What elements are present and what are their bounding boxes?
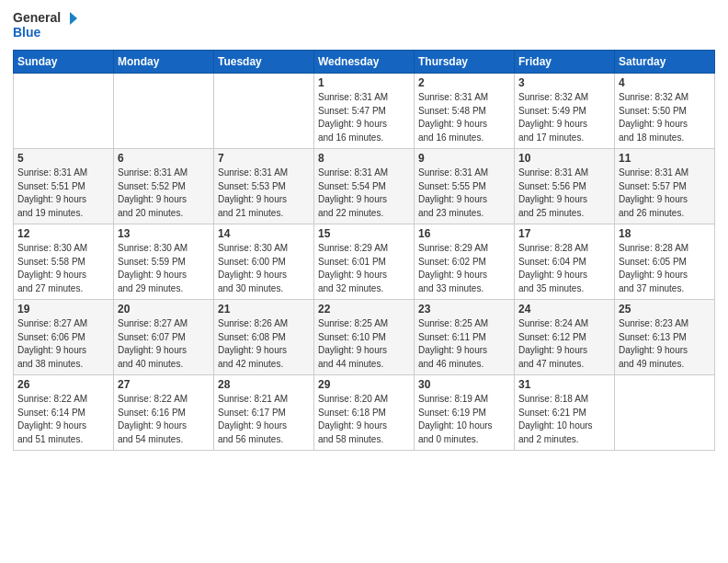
day-cell [214, 74, 314, 149]
day-cell: 18Sunrise: 8:28 AM Sunset: 6:05 PM Dayli… [615, 224, 715, 300]
day-cell: 12Sunrise: 8:30 AM Sunset: 5:58 PM Dayli… [14, 224, 114, 300]
day-info: Sunrise: 8:25 AM Sunset: 6:10 PM Dayligh… [318, 317, 410, 371]
day-info: Sunrise: 8:27 AM Sunset: 6:06 PM Dayligh… [17, 317, 109, 371]
day-number: 16 [418, 227, 510, 240]
page: General Blue SundayMondayTuesdayWednesda… [0, 0, 728, 563]
day-header-wednesday: Wednesday [314, 51, 415, 74]
day-info: Sunrise: 8:31 AM Sunset: 5:51 PM Dayligh… [17, 167, 109, 220]
day-number: 25 [619, 303, 711, 316]
day-header-monday: Monday [114, 51, 214, 74]
week-row-5: 26Sunrise: 8:22 AM Sunset: 6:14 PM Dayli… [14, 375, 715, 451]
day-info: Sunrise: 8:28 AM Sunset: 6:04 PM Dayligh… [518, 242, 610, 295]
day-cell: 29Sunrise: 8:20 AM Sunset: 6:18 PM Dayli… [314, 375, 415, 451]
day-info: Sunrise: 8:22 AM Sunset: 6:16 PM Dayligh… [118, 393, 210, 446]
day-number: 31 [518, 378, 610, 391]
day-info: Sunrise: 8:31 AM Sunset: 5:47 PM Dayligh… [318, 91, 410, 144]
day-info: Sunrise: 8:25 AM Sunset: 6:11 PM Dayligh… [418, 317, 510, 371]
day-number: 1 [318, 76, 410, 89]
day-info: Sunrise: 8:31 AM Sunset: 5:53 PM Dayligh… [218, 167, 310, 220]
week-row-4: 19Sunrise: 8:27 AM Sunset: 6:06 PM Dayli… [14, 300, 715, 375]
day-number: 22 [318, 303, 410, 316]
day-cell: 1Sunrise: 8:31 AM Sunset: 5:47 PM Daylig… [314, 74, 415, 149]
week-row-3: 12Sunrise: 8:30 AM Sunset: 5:58 PM Dayli… [14, 224, 715, 300]
day-number: 2 [418, 76, 510, 89]
day-number: 15 [318, 227, 410, 240]
day-number: 19 [17, 303, 109, 316]
day-number: 6 [118, 152, 210, 165]
day-cell: 4Sunrise: 8:32 AM Sunset: 5:50 PM Daylig… [615, 74, 715, 149]
day-number: 18 [619, 227, 711, 240]
day-cell: 20Sunrise: 8:27 AM Sunset: 6:07 PM Dayli… [114, 300, 214, 375]
day-info: Sunrise: 8:30 AM Sunset: 6:00 PM Dayligh… [218, 242, 310, 295]
day-cell: 17Sunrise: 8:28 AM Sunset: 6:04 PM Dayli… [515, 224, 615, 300]
day-cell [114, 74, 214, 149]
days-header-row: SundayMondayTuesdayWednesdayThursdayFrid… [14, 51, 715, 74]
day-info: Sunrise: 8:28 AM Sunset: 6:05 PM Dayligh… [619, 242, 711, 295]
day-number: 30 [418, 378, 510, 391]
day-info: Sunrise: 8:30 AM Sunset: 5:58 PM Dayligh… [17, 242, 109, 295]
day-number: 20 [118, 303, 210, 316]
day-cell: 26Sunrise: 8:22 AM Sunset: 6:14 PM Dayli… [14, 375, 114, 451]
day-cell: 23Sunrise: 8:25 AM Sunset: 6:11 PM Dayli… [415, 300, 515, 375]
day-number: 7 [218, 152, 310, 165]
day-cell: 10Sunrise: 8:31 AM Sunset: 5:56 PM Dayli… [515, 149, 615, 224]
day-cell: 9Sunrise: 8:31 AM Sunset: 5:55 PM Daylig… [415, 149, 515, 224]
day-cell: 28Sunrise: 8:21 AM Sunset: 6:17 PM Dayli… [214, 375, 314, 451]
day-cell: 25Sunrise: 8:23 AM Sunset: 6:13 PM Dayli… [615, 300, 715, 375]
day-info: Sunrise: 8:31 AM Sunset: 5:48 PM Dayligh… [418, 91, 510, 144]
day-header-friday: Friday [515, 51, 615, 74]
day-cell: 11Sunrise: 8:31 AM Sunset: 5:57 PM Dayli… [615, 149, 715, 224]
day-cell: 14Sunrise: 8:30 AM Sunset: 6:00 PM Dayli… [214, 224, 314, 300]
day-cell: 15Sunrise: 8:29 AM Sunset: 6:01 PM Dayli… [314, 224, 415, 300]
day-number: 8 [318, 152, 410, 165]
day-info: Sunrise: 8:21 AM Sunset: 6:17 PM Dayligh… [218, 393, 310, 446]
day-number: 26 [17, 378, 109, 391]
day-header-sunday: Sunday [14, 51, 114, 74]
day-number: 28 [218, 378, 310, 391]
day-cell: 5Sunrise: 8:31 AM Sunset: 5:51 PM Daylig… [14, 149, 114, 224]
day-header-tuesday: Tuesday [214, 51, 314, 74]
day-info: Sunrise: 8:29 AM Sunset: 6:02 PM Dayligh… [418, 242, 510, 295]
day-cell [14, 74, 114, 149]
day-info: Sunrise: 8:26 AM Sunset: 6:08 PM Dayligh… [218, 317, 310, 371]
week-row-1: 1Sunrise: 8:31 AM Sunset: 5:47 PM Daylig… [14, 74, 715, 149]
svg-text:Blue: Blue [13, 25, 41, 40]
day-number: 11 [619, 152, 711, 165]
day-cell: 7Sunrise: 8:31 AM Sunset: 5:53 PM Daylig… [214, 149, 314, 224]
day-number: 29 [318, 378, 410, 391]
day-number: 21 [218, 303, 310, 316]
day-info: Sunrise: 8:32 AM Sunset: 5:49 PM Dayligh… [518, 91, 610, 144]
day-cell: 3Sunrise: 8:32 AM Sunset: 5:49 PM Daylig… [515, 74, 615, 149]
header: General Blue [13, 9, 715, 42]
day-header-saturday: Saturday [615, 51, 715, 74]
day-number: 9 [418, 152, 510, 165]
day-info: Sunrise: 8:32 AM Sunset: 5:50 PM Dayligh… [619, 91, 711, 144]
day-cell: 8Sunrise: 8:31 AM Sunset: 5:54 PM Daylig… [314, 149, 415, 224]
day-number: 5 [17, 152, 109, 165]
day-info: Sunrise: 8:24 AM Sunset: 6:12 PM Dayligh… [518, 317, 610, 371]
day-number: 24 [518, 303, 610, 316]
day-info: Sunrise: 8:19 AM Sunset: 6:19 PM Dayligh… [418, 393, 510, 446]
day-info: Sunrise: 8:31 AM Sunset: 5:57 PM Dayligh… [619, 167, 711, 220]
day-cell: 30Sunrise: 8:19 AM Sunset: 6:19 PM Dayli… [415, 375, 515, 451]
day-cell [615, 375, 715, 451]
svg-marker-1 [70, 12, 77, 25]
day-cell: 21Sunrise: 8:26 AM Sunset: 6:08 PM Dayli… [214, 300, 314, 375]
day-info: Sunrise: 8:22 AM Sunset: 6:14 PM Dayligh… [17, 393, 109, 446]
day-number: 3 [518, 76, 610, 89]
day-number: 27 [118, 378, 210, 391]
day-info: Sunrise: 8:27 AM Sunset: 6:07 PM Dayligh… [118, 317, 210, 371]
day-cell: 13Sunrise: 8:30 AM Sunset: 5:59 PM Dayli… [114, 224, 214, 300]
day-cell: 6Sunrise: 8:31 AM Sunset: 5:52 PM Daylig… [114, 149, 214, 224]
day-number: 14 [218, 227, 310, 240]
day-cell: 16Sunrise: 8:29 AM Sunset: 6:02 PM Dayli… [415, 224, 515, 300]
day-header-thursday: Thursday [415, 51, 515, 74]
day-info: Sunrise: 8:23 AM Sunset: 6:13 PM Dayligh… [619, 317, 711, 371]
day-cell: 2Sunrise: 8:31 AM Sunset: 5:48 PM Daylig… [415, 74, 515, 149]
day-cell: 22Sunrise: 8:25 AM Sunset: 6:10 PM Dayli… [314, 300, 415, 375]
day-cell: 31Sunrise: 8:18 AM Sunset: 6:21 PM Dayli… [515, 375, 615, 451]
svg-text:General: General [13, 10, 61, 25]
day-number: 12 [17, 227, 109, 240]
day-info: Sunrise: 8:31 AM Sunset: 5:54 PM Dayligh… [318, 167, 410, 220]
calendar-table: SundayMondayTuesdayWednesdayThursdayFrid… [13, 50, 715, 451]
